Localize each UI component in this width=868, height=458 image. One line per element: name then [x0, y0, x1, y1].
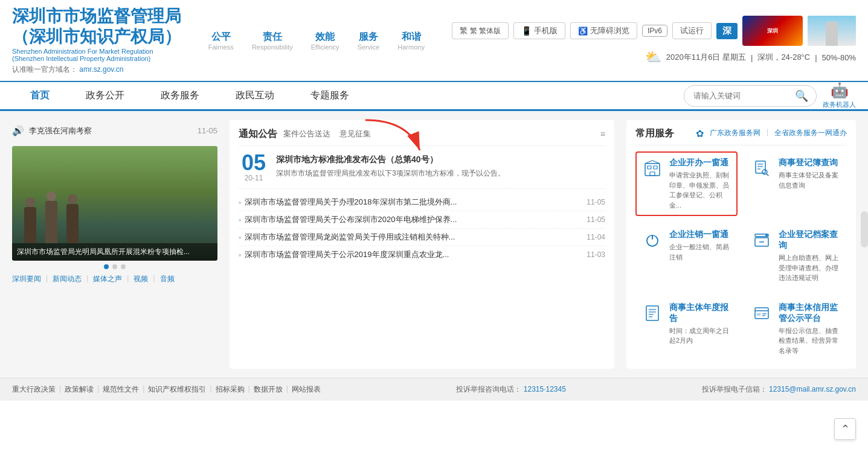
logo-domain: 认准唯一官方域名： amr.sz.gov.cn: [12, 65, 181, 75]
footer: 重大行政决策 | 政策解读 | 规范性文件 | 知识产权维权指引 | 招标采购 …: [0, 378, 868, 401]
notice-featured-content: 深圳市地方标准批准发布公告（总第40号） 深圳市市场监督管理局批准发布以下3项深…: [276, 152, 505, 179]
notice-featured-title[interactable]: 深圳市地方标准批准发布公告（总第40号）: [276, 154, 505, 165]
logo-area: 深圳市市场监督管理局 （深圳市知识产权局） Shenzhen Administr…: [12, 6, 181, 75]
notice-featured-desc: 深圳市市场监督管理局批准发布以下3项深圳市地方标准，现予以公告。: [276, 168, 505, 179]
notice-featured: 05 20-11 深圳市地方标准批准发布公告（总第40号） 深圳市市场监督管理局…: [239, 152, 605, 189]
value-harmony: 和谐 Harmony: [397, 31, 425, 51]
footer-link-5[interactable]: 招标采购: [216, 384, 245, 395]
panel-header: 通知公告 案件公告送达 意见征集 ≡: [239, 127, 605, 146]
news-links: 深圳要闻 | 新闻动态 | 媒体之声 | 视频 | 音频: [12, 274, 217, 284]
nav-interaction[interactable]: 政民互动: [217, 82, 292, 111]
value-fairness: 公平 Fairness: [208, 31, 234, 51]
weather-info: ⛅ 2020年11月6日 星期五 | 深圳，24-28°C | 50%-80%: [645, 49, 856, 65]
news-link-video[interactable]: 视频: [133, 274, 148, 284]
notice-item-2: ◦ 深圳市市场监督管理局关于公布深圳市2020年电梯维护保养... 11-05: [239, 211, 605, 229]
header-values: 公平 Fairness 责任 Responsibility 效能 Efficie…: [208, 31, 425, 51]
logo-en1: Shenzhen Administration For Market Regul…: [12, 48, 181, 62]
service-desc-3: 企业一般注销、简易注销: [669, 242, 731, 262]
notice-text-1[interactable]: 深圳市市场监督管理局关于办理2018年深圳市第二批境外商...: [245, 197, 581, 208]
announcement-date: 11-05: [198, 126, 217, 135]
credit-icon: [751, 302, 773, 324]
bullet-1: ◦: [239, 198, 242, 207]
dot-3[interactable]: [121, 264, 126, 269]
robot-icon: 🤖: [831, 82, 849, 99]
value-service: 服务 Service: [358, 31, 380, 51]
link-province[interactable]: 全省政务服务一网通办: [774, 128, 847, 139]
news-link-shenzhen[interactable]: 深圳要闻: [12, 274, 41, 284]
notice-date-2: 11-05: [587, 215, 605, 224]
service-credit[interactable]: 商事主体信用监管公示平台 年报公示信息、抽查检查结果、经营异常名录等: [745, 296, 847, 362]
nav-special[interactable]: 专题服务: [292, 82, 367, 111]
dot-1[interactable]: [104, 264, 109, 269]
service-desc-4: 网上自助查档、网上受理申请查档、办理违法违规证明: [779, 253, 841, 283]
news-image: 深圳市市场监管局光明局凤凰所开展混米粉专项抽检...: [12, 146, 217, 261]
svg-line-12: [767, 174, 768, 176]
trad-icon: 繁: [460, 25, 468, 36]
bullet-4: ◦: [239, 250, 242, 259]
nav-home[interactable]: 首页: [12, 82, 68, 111]
scrollbar[interactable]: [861, 211, 868, 247]
search-icon[interactable]: 🔍: [795, 89, 808, 103]
footer-link-4[interactable]: 知识产权维权指引: [148, 384, 206, 395]
building-icon: [641, 157, 663, 179]
footer-links: 重大行政决策 | 政策解读 | 规范性文件 | 知识产权维权指引 | 招标采购 …: [12, 384, 321, 395]
notice-text-2[interactable]: 深圳市市场监督管理局关于公布深圳市2020年电梯维护保养...: [245, 214, 581, 225]
notices-panel: 通知公告 案件公告送达 意见征集 ≡ 05 20-11 深圳市地方标准批准发布公…: [230, 120, 614, 369]
service-name-4: 企业登记档案查询: [779, 229, 841, 251]
footer-link-3[interactable]: 规范性文件: [103, 384, 139, 395]
news-link-dynamics[interactable]: 新闻动态: [53, 274, 82, 284]
announcement-text: 李克强在河南考察: [29, 126, 193, 136]
service-biz-query[interactable]: 商事登记簿查询 商事主体登记及备案信息查询: [745, 151, 847, 216]
notice-text-4[interactable]: 深圳市市场监督管理局关于公示2019年度深圳重点农业龙...: [245, 249, 581, 260]
service-name-6: 商事主体信用监管公示平台: [779, 302, 841, 324]
speaker-icon: 🔊: [12, 125, 24, 136]
svg-rect-7: [756, 161, 765, 173]
footer-link-7[interactable]: 网站报表: [292, 384, 321, 395]
footer-email-contact: 投诉举报电子信箱： 12315@mail.amr.sz.gov.cn: [702, 384, 856, 395]
notice-list: ◦ 深圳市市场监督管理局关于办理2018年深圳市第二批境外商... 11-05 …: [239, 194, 605, 263]
trial-btn[interactable]: 试运行: [672, 22, 712, 39]
panel-title: 通知公告: [239, 128, 277, 141]
trad-chinese-btn[interactable]: 繁 繁 繁体版: [452, 22, 509, 39]
panel-more-icon[interactable]: ≡: [600, 129, 605, 139]
accessibility-btn[interactable]: ♿ 无障碍浏览: [570, 22, 637, 39]
report-icon: [641, 302, 663, 324]
search-input[interactable]: [693, 91, 795, 100]
service-annual-report[interactable]: 商事主体年度报告 时间：成立周年之日起2月内: [635, 296, 738, 362]
news-dots: [12, 264, 217, 269]
notice-text-3[interactable]: 深圳市市场监督管理局龙岗监管局关于停用或注销相关特种...: [245, 232, 581, 243]
accessibility-icon: ♿: [578, 27, 588, 36]
complaint-phone: 投诉举报咨询电话： 12315·12345: [456, 384, 565, 395]
notice-item-3: ◦ 深圳市市场监督管理局龙岗监管局关于停用或注销相关特种... 11-04: [239, 229, 605, 246]
header: 深圳市市场监督管理局 （深圳市知识产权局） Shenzhen Administr…: [0, 0, 868, 82]
mobile-icon: 📱: [521, 26, 532, 36]
svg-rect-1: [645, 164, 660, 176]
power-icon: [641, 229, 663, 251]
robot-button[interactable]: 🤖 政务机器人: [823, 82, 856, 109]
news-image-bg: 深圳市市场监管局光明局凤凰所开展混米粉专项抽检...: [12, 146, 217, 261]
notice-date-4: 11-03: [587, 250, 605, 259]
service-enterprise-open[interactable]: 企业开办一窗通 申请营业执照、刻制印章、申领发票、员工参保登记、公积金...: [635, 151, 738, 216]
nav-government-open[interactable]: 政务公开: [68, 82, 143, 111]
dot-2[interactable]: [112, 264, 117, 269]
service-enterprise-cancel[interactable]: 企业注销一窗通 企业一般注销、简易注销: [635, 223, 738, 289]
footer-link-6[interactable]: 数据开放: [254, 384, 283, 395]
complaint-email: 投诉举报电子信箱： 12315@mail.amr.sz.gov.cn: [702, 384, 856, 395]
footer-link-1[interactable]: 重大行政决策: [12, 384, 56, 395]
news-link-audio[interactable]: 音频: [160, 274, 175, 284]
svg-rect-3: [654, 166, 657, 169]
link-guangdong[interactable]: 广东政务服务网: [710, 128, 760, 139]
nav-government-service[interactable]: 政务服务: [143, 82, 217, 111]
nav: 首页 政务公开 政务服务 政民互动 专题服务 🔍 🤖 政务机器人: [0, 82, 868, 111]
news-link-media[interactable]: 媒体之声: [93, 274, 122, 284]
tab-opinion[interactable]: 意见征集: [339, 127, 371, 141]
svg-rect-2: [648, 166, 651, 169]
service-archive-query[interactable]: 企业登记档案查询 网上自助查档、网上受理申请查档、办理违法违规证明: [745, 223, 847, 289]
service-name-3: 企业注销一窗通: [669, 229, 731, 240]
mobile-btn[interactable]: 📱 手机版: [513, 22, 565, 39]
footer-link-2[interactable]: 政策解读: [65, 384, 94, 395]
shenzhen-logo: 深圳: [742, 16, 803, 46]
tab-case-notice[interactable]: 案件公告送达: [283, 127, 330, 141]
main-content: 🔊 李克强在河南考察 11-05: [0, 111, 868, 378]
service-info-6: 商事主体信用监管公示平台 年报公示信息、抽查检查结果、经营异常名录等: [779, 302, 841, 356]
